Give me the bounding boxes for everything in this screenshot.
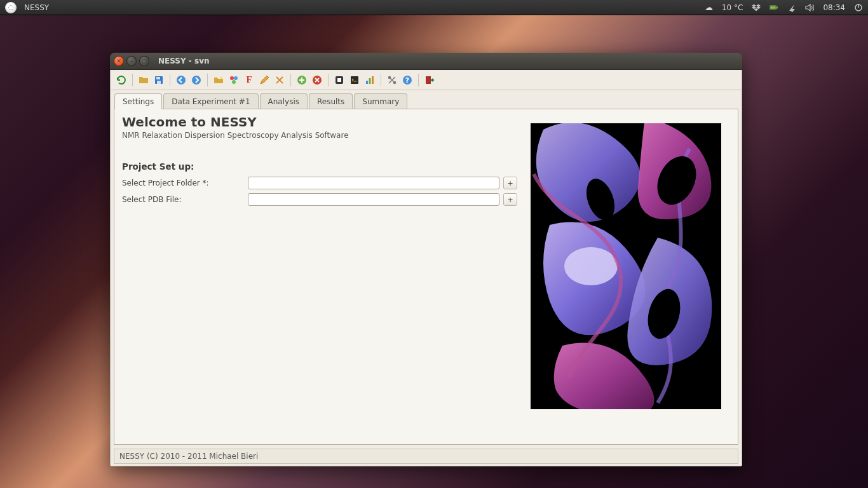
- svg-rect-18: [366, 81, 368, 84]
- svg-point-8: [177, 76, 186, 85]
- svg-rect-2: [777, 6, 778, 8]
- add-icon[interactable]: [295, 73, 309, 87]
- power-icon[interactable]: [854, 3, 863, 12]
- cut-icon[interactable]: [273, 73, 287, 87]
- network-icon[interactable]: [787, 3, 796, 12]
- back-icon[interactable]: [174, 73, 188, 87]
- svg-rect-16: [337, 78, 341, 82]
- pdb-file-input[interactable]: [248, 193, 499, 206]
- toolbar: F ?: [111, 70, 742, 90]
- svg-point-22: [394, 81, 396, 83]
- exit-icon[interactable]: [423, 73, 437, 87]
- welcome-heading: Welcome to NESSY: [122, 114, 523, 130]
- svg-point-10: [230, 76, 234, 80]
- tab-summary[interactable]: Summary: [354, 93, 407, 109]
- terminal-icon[interactable]: [348, 73, 362, 87]
- project-folder-browse-button[interactable]: +: [503, 177, 517, 189]
- pdb-file-label: Select PDB File:: [122, 195, 248, 204]
- app-window: ✕ – ▢ NESSY - svn F: [110, 53, 742, 466]
- open-icon[interactable]: [137, 73, 151, 87]
- dropbox-icon[interactable]: [752, 3, 761, 12]
- svg-rect-20: [372, 76, 374, 84]
- maximize-button[interactable]: ▢: [139, 56, 149, 66]
- window-titlebar[interactable]: ✕ – ▢ NESSY - svn: [110, 53, 742, 70]
- window-title: NESSY - svn: [158, 57, 210, 65]
- stop-icon[interactable]: [332, 73, 346, 87]
- project-folder-row: Select Project Folder *: +: [122, 177, 523, 189]
- close-button[interactable]: ✕: [114, 56, 124, 66]
- svg-point-11: [234, 76, 238, 80]
- project-folder-label: Select Project Folder *:: [122, 179, 248, 187]
- welcome-subtitle: NMR Relaxation Dispersion Spectroscopy A…: [122, 131, 523, 140]
- font-icon[interactable]: F: [242, 73, 256, 87]
- pdb-file-browse-button[interactable]: +: [503, 193, 517, 206]
- svg-rect-7: [157, 81, 161, 84]
- svg-rect-1: [771, 6, 776, 9]
- svg-rect-17: [351, 76, 358, 84]
- sound-icon[interactable]: [805, 3, 814, 12]
- tab-results[interactable]: Results: [309, 93, 353, 109]
- svg-point-21: [389, 76, 391, 78]
- save-icon[interactable]: [152, 73, 166, 87]
- refresh-icon[interactable]: [114, 73, 128, 87]
- svg-rect-19: [369, 78, 371, 84]
- status-text: NESSY (C) 2010 - 2011 Michael Bieri: [119, 452, 258, 461]
- svg-rect-6: [156, 77, 160, 79]
- tools-icon[interactable]: [385, 73, 399, 87]
- settings-pane: Welcome to NESSY NMR Relaxation Dispersi…: [114, 109, 738, 445]
- pdb-file-row: Select PDB File: +: [122, 193, 523, 206]
- battery-icon[interactable]: [770, 3, 778, 12]
- tab-settings[interactable]: Settings: [114, 93, 162, 109]
- clock[interactable]: 08:34: [823, 3, 845, 12]
- svg-point-27: [564, 247, 618, 285]
- tab-analysis[interactable]: Analysis: [260, 93, 308, 109]
- system-panel: ◌ NESSY ☁ 10 °C 08:34: [0, 0, 868, 15]
- help-icon[interactable]: ?: [400, 73, 414, 87]
- status-bar: NESSY (C) 2010 - 2011 Michael Bieri: [114, 449, 738, 464]
- minimize-button[interactable]: –: [126, 56, 137, 66]
- project-setup-heading: Project Set up:: [122, 161, 523, 172]
- chart-icon[interactable]: [363, 73, 377, 87]
- project-folder-input[interactable]: [248, 177, 499, 189]
- folder-new-icon[interactable]: [212, 73, 226, 87]
- edit-icon[interactable]: [257, 73, 271, 87]
- panel-app-name[interactable]: NESSY: [24, 3, 49, 12]
- svg-point-12: [232, 80, 236, 84]
- color-picker-icon[interactable]: [227, 73, 241, 87]
- tab-bar: Settings Data Experiment #1 Analysis Res…: [111, 90, 742, 109]
- ubuntu-logo-icon[interactable]: ◌: [5, 2, 17, 13]
- weather-icon[interactable]: ☁: [705, 3, 713, 12]
- svg-point-9: [192, 76, 201, 85]
- tab-data-experiment[interactable]: Data Experiment #1: [163, 93, 258, 109]
- delete-icon[interactable]: [310, 73, 324, 87]
- svg-text:?: ?: [405, 76, 409, 85]
- protein-render-image: [531, 123, 721, 409]
- temperature-indicator: 10 °C: [722, 3, 743, 12]
- forward-icon[interactable]: [189, 73, 203, 87]
